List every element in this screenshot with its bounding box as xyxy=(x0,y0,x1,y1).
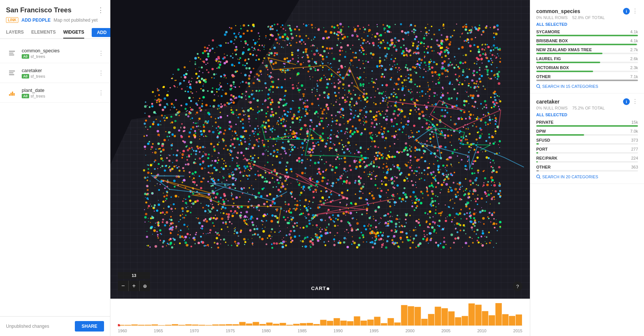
cat-bar-fill-laurel-fig xyxy=(536,62,600,63)
cat-bar-bg-private xyxy=(536,125,638,127)
svg-line-13 xyxy=(539,178,540,179)
cat-bar-bg-other-2 xyxy=(536,170,638,172)
nav-tabs: LAYERS ELEMENTS WIDGETS ADD xyxy=(0,27,110,39)
total-2: 75.2% OF TOTAL xyxy=(572,106,605,110)
svg-rect-4 xyxy=(9,73,13,73)
category-port: PORT 277 xyxy=(536,147,638,154)
cat-bar-bg-sfusd xyxy=(536,143,638,145)
cat-value-sycamore: 4.1k xyxy=(630,30,638,34)
cat-value-dpw: 7.0k xyxy=(630,129,638,133)
cat-bar-bg-dpw xyxy=(536,134,638,136)
app-menu-icon[interactable]: ⋮ xyxy=(97,6,104,14)
widget-source-plant-date: A0 sf_trees xyxy=(22,94,98,98)
source-name-sf-trees: sf_trees xyxy=(31,54,45,59)
share-button[interactable]: SHARE xyxy=(75,321,104,332)
category-widget-icon xyxy=(6,47,18,59)
cat-label-rec-park: REC/PARK xyxy=(536,156,558,160)
timeline-label-1975: 1975 xyxy=(226,329,235,333)
timeline-canvas xyxy=(118,302,522,326)
map-container[interactable]: 13 − + ⊕ CART ? xyxy=(110,0,530,299)
timeline-label-1965: 1965 xyxy=(154,329,163,333)
widget-menu-common-species[interactable]: ⋮ xyxy=(98,50,104,57)
source-badge-a0: A0 xyxy=(22,54,29,59)
histogram-widget-icon xyxy=(6,87,18,99)
cat-label-private: PRIVATE xyxy=(536,120,553,124)
category-sfusd: SFUSD 373 xyxy=(536,138,638,145)
widget-item-common-species[interactable]: common_species A0 sf_trees ⋮ xyxy=(0,43,110,63)
cat-label-port: PORT xyxy=(536,147,548,151)
search-categories-label-2: SEARCH IN 20 CATEGORIES xyxy=(542,175,598,179)
cat-label-victorian-box: VICTORIAN BOX xyxy=(536,65,569,70)
cat-label-other-2: OTHER xyxy=(536,165,551,169)
category-nz-xmas-tree: NEW ZEALAND XMAS TREE 2.7k xyxy=(536,47,638,54)
link-badge[interactable]: LINK xyxy=(6,17,18,23)
source-name-sf-trees-2: sf_trees xyxy=(31,74,45,78)
widget-item-caretaker[interactable]: caretaker A0 sf_trees ⋮ xyxy=(0,63,110,83)
carto-dot xyxy=(327,287,329,290)
cat-label-sycamore: SYCAMORE xyxy=(536,30,560,34)
widget-menu-plant-date[interactable]: ⋮ xyxy=(98,89,104,96)
timeline-label-1970: 1970 xyxy=(190,329,199,333)
cat-bar-fill-nz-xmas-tree xyxy=(536,53,602,54)
cat-bar-fill-other-2 xyxy=(536,170,539,172)
cat-bar-bg-rec-park xyxy=(536,161,638,163)
widget-source-caretaker: A0 sf_trees xyxy=(22,74,98,78)
info-icon-2[interactable]: i xyxy=(623,98,630,105)
svg-rect-8 xyxy=(12,92,13,96)
not-published-text: Map not published yet xyxy=(54,18,97,23)
search-icon-1 xyxy=(536,84,541,89)
widget-menu-caretaker[interactable]: ⋮ xyxy=(98,70,104,77)
right-panel: common_species i ⋮ 0% NULL ROWS 52.8% OF… xyxy=(530,0,644,336)
all-selected-1: ALL SELECTED xyxy=(536,22,638,27)
search-categories-label-1: SEARCH IN 15 CATEGORIES xyxy=(542,84,598,89)
null-rows-2: 0% NULL ROWS xyxy=(536,106,568,110)
timeline-label-1985: 1985 xyxy=(297,329,306,333)
timeline-label-1990: 1990 xyxy=(333,329,342,333)
category-sycamore: SYCAMORE 4.1k xyxy=(536,30,638,36)
svg-rect-5 xyxy=(9,74,14,75)
cat-value-other-1: 7.1k xyxy=(630,74,638,79)
add-button[interactable]: ADD xyxy=(92,28,112,37)
category-laurel-fig: LAUREL FIG 2.6k xyxy=(536,56,638,63)
zoom-out-button[interactable]: − xyxy=(118,281,128,291)
widget-item-plant-date[interactable]: plant_date A0 sf_trees ⋮ xyxy=(0,83,110,103)
widget-section-menu-2[interactable]: ⋮ xyxy=(632,98,638,105)
widget-meta-1: 0% NULL ROWS 52.8% OF TOTAL xyxy=(536,15,638,20)
zoom-level: 13 xyxy=(118,272,150,279)
help-button[interactable]: ? xyxy=(513,281,522,291)
svg-rect-3 xyxy=(9,71,15,71)
cat-bar-bg-laurel-fig xyxy=(536,62,638,63)
search-categories-2[interactable]: SEARCH IN 20 CATEGORIES xyxy=(536,175,638,179)
widget-info-plant-date: plant_date A0 sf_trees xyxy=(22,87,98,98)
tab-widgets[interactable]: WIDGETS xyxy=(63,27,84,38)
cat-bar-fill-private xyxy=(536,125,638,127)
svg-point-10 xyxy=(537,84,540,87)
timeline-labels: 1960 1965 1970 1975 1980 1985 1990 1995 … xyxy=(118,329,522,333)
cat-value-brisbane-box: 4.1k xyxy=(630,38,638,43)
add-people-link[interactable]: ADD PEOPLE xyxy=(21,18,51,23)
tab-elements[interactable]: ELEMENTS xyxy=(31,27,56,38)
cat-bar-fill-other-1 xyxy=(536,80,638,81)
cat-value-victorian-box: 2.3k xyxy=(630,65,638,70)
search-zoom-button[interactable]: ⊕ xyxy=(140,281,150,291)
cat-label-dpw: DPW xyxy=(536,129,546,133)
cat-bar-bg-port xyxy=(536,152,638,154)
svg-rect-9 xyxy=(13,93,15,96)
widget-info-common-species: common_species A0 sf_trees xyxy=(22,48,98,59)
svg-rect-7 xyxy=(10,93,12,96)
category-private: PRIVATE 15k xyxy=(536,120,638,127)
right-widget-title-common-species: common_species xyxy=(536,8,580,14)
cat-label-sfusd: SFUSD xyxy=(536,138,550,142)
cat-value-private: 15k xyxy=(631,120,638,124)
svg-rect-2 xyxy=(9,55,14,55)
zoom-in-button[interactable]: + xyxy=(129,281,139,291)
tab-layers[interactable]: LAYERS xyxy=(6,27,24,38)
info-icon-1[interactable]: i xyxy=(623,8,630,15)
timeline-label-2005: 2005 xyxy=(441,329,450,333)
cat-value-rec-park: 224 xyxy=(631,156,638,160)
widget-section-header-1: common_species i ⋮ xyxy=(536,7,638,15)
timeline-label-2015: 2015 xyxy=(513,329,522,333)
category-dpw: DPW 7.0k xyxy=(536,129,638,136)
search-categories-1[interactable]: SEARCH IN 15 CATEGORIES xyxy=(536,84,638,89)
widget-section-menu-1[interactable]: ⋮ xyxy=(632,7,638,15)
